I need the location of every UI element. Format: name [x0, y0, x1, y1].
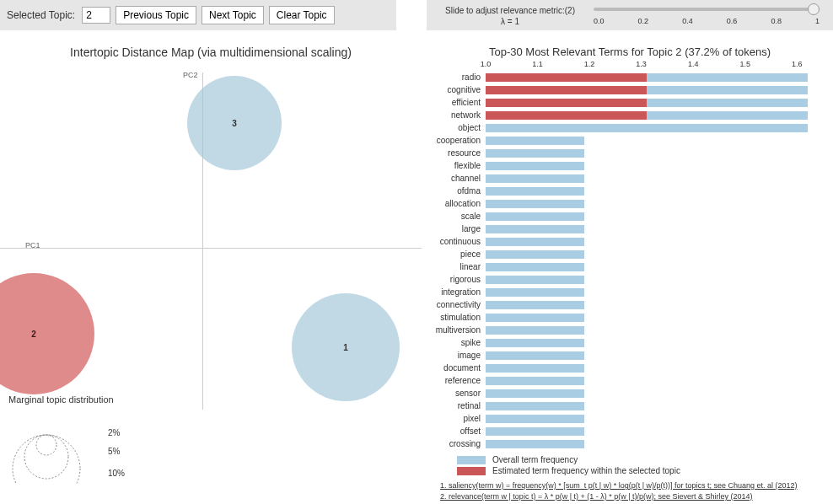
term-row[interactable]: retinal — [486, 400, 825, 412]
intertopic-title: Intertopic Distance Map (via multidimens… — [0, 46, 422, 59]
term-bar-overall — [486, 377, 584, 385]
term-row[interactable]: cooperation — [486, 135, 825, 147]
topic-bubble-id: 2 — [31, 330, 36, 339]
slider-lambda-value: λ = 1 — [501, 17, 519, 26]
term-label: scale — [461, 211, 481, 223]
term-row[interactable]: large — [486, 223, 825, 235]
footnote-2: 2. relevance(term w | topic t) = λ * p(w… — [440, 491, 833, 502]
legend-label-estimated: Estimated term frequency within the sele… — [492, 466, 680, 475]
term-row[interactable]: rigorous — [486, 274, 825, 286]
next-topic-button[interactable]: Next Topic — [202, 6, 264, 24]
term-label: network — [451, 110, 481, 121]
term-row[interactable]: resource — [486, 147, 825, 159]
relevance-slider-panel: Slide to adjust relevance metric:(2) λ =… — [427, 0, 833, 30]
term-label: cooperation — [437, 135, 481, 147]
term-label: cognitive — [448, 84, 481, 96]
term-row[interactable]: crossing — [486, 438, 825, 450]
term-row[interactable]: cognitive — [486, 84, 825, 96]
term-label: integration — [441, 287, 481, 298]
term-row[interactable]: flexible — [486, 160, 825, 172]
x-axis-tick: 1.3 — [636, 60, 647, 68]
legend-label-overall: Overall term frequency — [492, 455, 578, 464]
svg-point-0 — [13, 435, 80, 484]
term-row[interactable]: sensor — [486, 388, 825, 399]
topic-bubble-2[interactable]: 2 — [0, 273, 94, 394]
term-bar-overall — [486, 250, 584, 259]
topic-bubble-1[interactable]: 1 — [292, 293, 400, 401]
topic-bubble-3[interactable]: 3 — [187, 76, 282, 170]
term-bar-overall — [486, 137, 584, 145]
terms-barchart: 1.01.11.21.31.41.51.6 radiocognitiveeffi… — [486, 60, 825, 450]
term-row[interactable]: network — [486, 110, 825, 121]
term-label: spike — [461, 337, 481, 349]
lambda-slider[interactable] — [594, 8, 820, 11]
term-label: document — [443, 362, 481, 374]
footnotes: 1. saliency(term w) = frequency(w) * [su… — [440, 480, 833, 502]
term-bar-overall — [486, 174, 584, 183]
term-bar-estimated — [486, 73, 647, 82]
term-row[interactable]: integration — [486, 287, 825, 298]
slider-caption: Slide to adjust relevance metric:(2) λ =… — [427, 3, 594, 27]
term-bar-overall — [486, 314, 584, 322]
term-label: offset — [460, 426, 481, 437]
term-row[interactable]: connectivity — [486, 299, 825, 311]
term-bar-overall — [486, 402, 584, 410]
term-row[interactable]: continuous — [486, 236, 825, 248]
slider-tick: 0.6 — [727, 17, 738, 25]
term-bar-overall — [486, 200, 584, 208]
slider-tick: 0.4 — [682, 17, 693, 25]
x-axis-tick: 1.0 — [481, 60, 492, 68]
term-row[interactable]: piece — [486, 249, 825, 260]
selected-topic-input[interactable] — [82, 7, 110, 24]
term-row[interactable]: pixel — [486, 413, 825, 425]
term-row[interactable]: allocation — [486, 198, 825, 210]
marginal-legend-circles — [8, 408, 118, 484]
clear-topic-button[interactable]: Clear Topic — [269, 6, 335, 24]
svg-point-1 — [24, 435, 68, 479]
term-row[interactable]: radio — [486, 72, 825, 83]
term-bar-overall — [486, 427, 584, 436]
terms-title: Top-30 Most Relevant Terms for Topic 2 (… — [427, 46, 833, 58]
term-label: crossing — [449, 438, 481, 450]
term-bar-overall — [486, 301, 584, 309]
legend-swatch-estimated — [457, 467, 486, 475]
term-row[interactable]: efficient — [486, 97, 825, 109]
term-row[interactable]: multiversion — [486, 324, 825, 336]
x-axis-tick: 1.5 — [739, 60, 750, 68]
term-row[interactable]: reference — [486, 375, 825, 387]
footnote-1: 1. saliency(term w) = frequency(w) * [su… — [440, 480, 833, 491]
previous-topic-button[interactable]: Previous Topic — [116, 6, 196, 24]
term-row[interactable]: stimulation — [486, 312, 825, 324]
term-row[interactable]: object — [486, 122, 825, 134]
term-bar-overall — [486, 124, 808, 132]
terms-panel: Top-30 Most Relevant Terms for Topic 2 (… — [427, 34, 833, 504]
term-bar-estimated — [486, 99, 647, 107]
intertopic-map: PC2 PC1 123 — [0, 64, 422, 410]
topic-controls: Selected Topic: Previous Topic Next Topi… — [0, 0, 396, 30]
term-row[interactable]: offset — [486, 426, 825, 437]
term-row[interactable]: scale — [486, 211, 825, 223]
term-bar-overall — [486, 263, 584, 271]
term-label: image — [458, 350, 481, 362]
slider-ticks: 0.0 0.2 0.4 0.6 0.8 1 — [594, 17, 820, 25]
term-label: allocation — [445, 198, 481, 210]
term-label: piece — [460, 249, 481, 260]
term-bar-overall — [486, 187, 584, 196]
term-label: radio — [462, 72, 481, 83]
term-row[interactable]: linear — [486, 261, 825, 273]
legend-swatch-overall — [457, 456, 486, 464]
slider-caption-text: Slide to adjust relevance metric: — [445, 6, 565, 15]
term-row[interactable]: ofdma — [486, 185, 825, 197]
term-label: pixel — [463, 413, 481, 425]
barchart-x-axis: 1.01.11.21.31.41.51.6 — [486, 60, 825, 72]
term-row[interactable]: image — [486, 350, 825, 362]
selected-topic-label: Selected Topic: — [7, 9, 75, 21]
term-row[interactable]: channel — [486, 173, 825, 185]
term-row[interactable]: spike — [486, 337, 825, 349]
term-bar-overall — [486, 339, 584, 347]
term-row[interactable]: document — [486, 362, 825, 374]
slider-tick: 1 — [815, 17, 820, 25]
x-axis-tick: 1.2 — [584, 60, 595, 68]
term-label: flexible — [454, 160, 481, 172]
marginal-pct-10: 10% — [108, 469, 125, 478]
